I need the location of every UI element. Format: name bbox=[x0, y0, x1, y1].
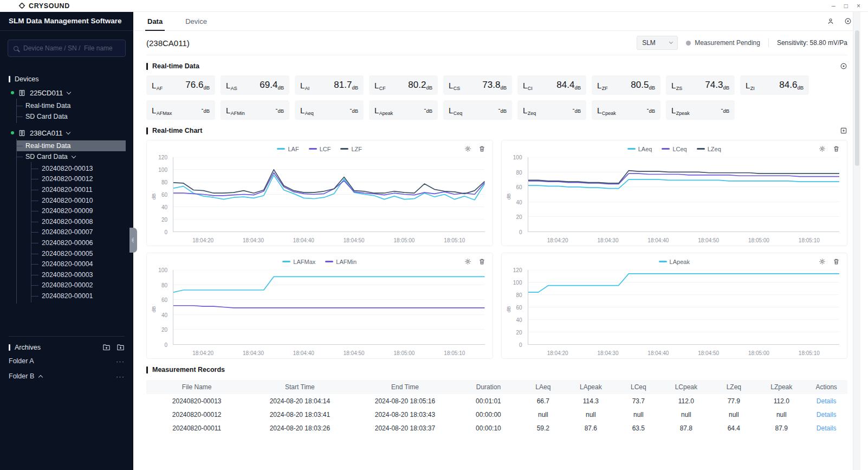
add-chart-icon[interactable] bbox=[840, 127, 847, 134]
chart-delete-icon[interactable] bbox=[478, 258, 485, 265]
legend-item-LZeq[interactable]: LZeq bbox=[697, 146, 721, 152]
x-axis-ticks: 18:04:2018:04:3018:04:4018:04:5018:05:00… bbox=[528, 235, 840, 243]
tab-data[interactable]: Data bbox=[146, 12, 164, 31]
tree-item-real-time-data[interactable]: Real-time Data bbox=[17, 140, 126, 151]
tabs: DataDevice bbox=[146, 12, 229, 31]
file-item[interactable]: 20240820-00008 bbox=[31, 216, 126, 227]
device-item[interactable]: 238CA011 bbox=[0, 127, 133, 139]
x-tick-label: 18:04:20 bbox=[547, 237, 568, 243]
file-item[interactable]: 20240820-00001 bbox=[31, 291, 126, 301]
file-item[interactable]: 20240820-00011 bbox=[31, 184, 126, 195]
legend-item-LAFMin[interactable]: LAFMin bbox=[325, 259, 357, 265]
y-tick-label: 60 bbox=[161, 192, 167, 198]
record-cell: null bbox=[614, 408, 662, 421]
x-tick-label: 18:05:10 bbox=[444, 350, 465, 356]
file-item[interactable]: 20240820-00003 bbox=[31, 269, 126, 280]
chart-delete-icon[interactable] bbox=[478, 145, 485, 152]
legend-swatch bbox=[662, 148, 670, 150]
records-column-header: End Time bbox=[352, 380, 457, 394]
folder-menu-icon[interactable]: ··· bbox=[116, 357, 125, 365]
file-item[interactable]: 20240820-00004 bbox=[31, 259, 126, 269]
y-tick-label: 0 bbox=[164, 342, 167, 348]
chart-delete-icon[interactable] bbox=[833, 258, 840, 265]
record-cell: null bbox=[519, 408, 567, 421]
section-accent-bar bbox=[9, 76, 10, 82]
chart-settings-icon[interactable] bbox=[464, 145, 471, 152]
legend-item-LCF[interactable]: LCF bbox=[309, 146, 331, 152]
sidebar: SLM Data Management Software Devices 225… bbox=[0, 12, 133, 470]
chart-settings-icon[interactable] bbox=[819, 258, 826, 265]
file-item[interactable]: 20240820-00009 bbox=[31, 205, 126, 216]
chart-card-3: LAFMaxLAFMindB02040608010018:04:2018:04:… bbox=[146, 253, 493, 359]
record-cell: null bbox=[662, 408, 710, 421]
tab-bar: DataDevice bbox=[133, 12, 860, 31]
metric-unit: dB bbox=[426, 108, 432, 114]
details-link[interactable]: Details bbox=[817, 397, 837, 405]
file-item[interactable]: 20240820-00005 bbox=[31, 248, 126, 259]
file-item[interactable]: 20240820-00007 bbox=[31, 227, 126, 238]
close-icon[interactable]: × bbox=[857, 3, 860, 9]
x-tick-label: 18:04:50 bbox=[698, 350, 719, 356]
legend-label: LCF bbox=[320, 146, 331, 152]
realtime-data-settings-icon[interactable] bbox=[840, 62, 847, 70]
tab-device[interactable]: Device bbox=[184, 12, 208, 31]
device-item[interactable]: 225CD011 bbox=[0, 87, 133, 99]
user-icon[interactable] bbox=[827, 17, 834, 25]
sidebar-divider bbox=[9, 336, 125, 337]
tree-item-label: SD Card Data bbox=[25, 113, 68, 120]
search-input[interactable] bbox=[23, 44, 120, 52]
chart-grid: LAFLCFLZFdB02040608010012018:04:2018:04:… bbox=[146, 140, 847, 359]
legend-item-LApeak[interactable]: LApeak bbox=[659, 259, 690, 265]
details-link[interactable]: Details bbox=[817, 424, 837, 432]
scrollbar-thumb[interactable] bbox=[855, 30, 859, 166]
metric-card-LZF: LZF80.5dB bbox=[592, 75, 660, 95]
content: (238CA011) SLM Measurement Pending Sensi… bbox=[133, 31, 860, 435]
record-cell: 2024-08-20 18:03:43 bbox=[352, 408, 457, 421]
collapse-chevrons-icon bbox=[132, 238, 135, 242]
folder-add-icon[interactable] bbox=[102, 343, 111, 351]
legend-item-LAF[interactable]: LAF bbox=[277, 146, 299, 152]
file-item[interactable]: 20240820-00002 bbox=[31, 280, 126, 291]
folder-item[interactable]: Folder B··· bbox=[0, 371, 133, 382]
realtime-data-section-header: Real-time Data bbox=[146, 62, 847, 70]
folder-item[interactable]: Folder A··· bbox=[0, 356, 133, 366]
y-tick-label: 100 bbox=[158, 167, 167, 173]
chart-delete-icon[interactable] bbox=[833, 145, 840, 152]
chart-actions bbox=[819, 258, 840, 265]
chart-settings-icon[interactable] bbox=[464, 258, 471, 265]
file-item[interactable]: 20240820-00013 bbox=[31, 163, 126, 174]
file-item[interactable]: 20240820-00006 bbox=[31, 237, 126, 248]
minimize-icon[interactable]: – bbox=[832, 3, 835, 9]
metric-label: LCS bbox=[449, 81, 460, 90]
legend-swatch bbox=[282, 261, 290, 263]
chart-actions bbox=[819, 145, 840, 152]
metric-unit: dB bbox=[426, 85, 432, 91]
legend-item-LZF[interactable]: LZF bbox=[340, 146, 362, 152]
tree-item-sd-card-data[interactable]: SD Card Data bbox=[17, 111, 126, 122]
sidebar-collapse-handle[interactable] bbox=[129, 228, 137, 253]
settings-icon[interactable] bbox=[844, 17, 852, 25]
tree-item-sd-card-data[interactable]: SD Card Data bbox=[17, 151, 126, 162]
record-cell: null bbox=[710, 408, 757, 421]
maximize-icon[interactable]: □ bbox=[844, 3, 848, 9]
chart-legend: LAFLCFLZF bbox=[152, 144, 487, 153]
legend-item-LAFMax[interactable]: LAFMax bbox=[282, 259, 315, 265]
record-cell: 2024-08-20 18:03:41 bbox=[247, 408, 352, 421]
record-cell: null bbox=[757, 408, 805, 421]
file-item-label: 20240820-00004 bbox=[42, 260, 93, 268]
legend-item-LAeq[interactable]: LAeq bbox=[627, 146, 652, 152]
folder-import-icon[interactable] bbox=[116, 343, 125, 351]
metric-card-LAS: LAS69.4dB bbox=[221, 75, 289, 95]
search-box[interactable] bbox=[8, 40, 126, 57]
legend-label: LApeak bbox=[670, 259, 690, 265]
record-row: 20240820-000122024-08-20 18:03:412024-08… bbox=[146, 408, 847, 421]
legend-item-LCeq[interactable]: LCeq bbox=[662, 146, 686, 152]
file-item[interactable]: 20240820-00010 bbox=[31, 195, 126, 206]
tree-item-real-time-data[interactable]: Real-time Data bbox=[17, 100, 126, 111]
file-item[interactable]: 20240820-00012 bbox=[31, 174, 126, 185]
file-item-label: 20240820-00010 bbox=[42, 197, 93, 204]
folder-menu-icon[interactable]: ··· bbox=[116, 372, 125, 381]
details-link[interactable]: Details bbox=[817, 411, 837, 419]
chart-settings-icon[interactable] bbox=[819, 145, 826, 152]
mode-select[interactable]: SLM bbox=[637, 36, 678, 50]
